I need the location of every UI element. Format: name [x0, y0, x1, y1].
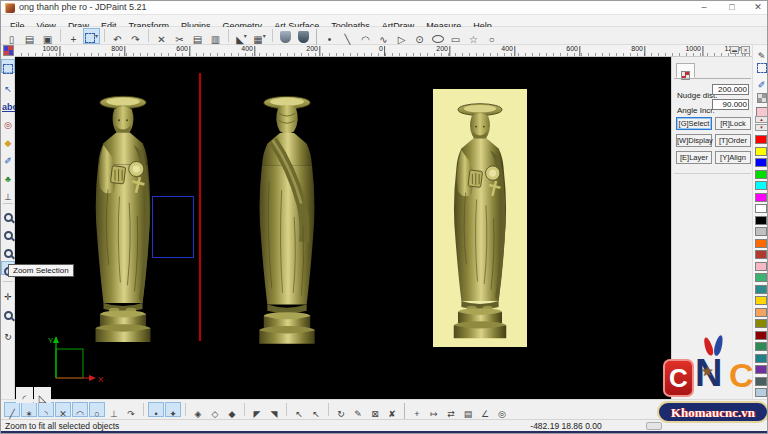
- pen-erase-button[interactable]: ⊠: [367, 402, 383, 417]
- panel-button-r-lock[interactable]: [R]Lock: [715, 117, 751, 130]
- panel-button-w-display[interactable]: [W]Display: [676, 134, 712, 147]
- pan-view-button[interactable]: ✛: [1, 285, 15, 299]
- draw-arc-button[interactable]: ◠: [357, 28, 374, 44]
- delete-button[interactable]: ✕: [153, 28, 170, 44]
- color-swatch-b03a2e[interactable]: [755, 250, 767, 259]
- swap-tool-button[interactable]: ⇄: [443, 402, 459, 417]
- redo-button[interactable]: ↷: [127, 28, 144, 44]
- draw-circle-button[interactable]: ○: [483, 28, 500, 44]
- mirror-xy-button[interactable]: ◆: [224, 402, 240, 417]
- paint-brush-button[interactable]: ✐: [755, 74, 768, 87]
- canvas-viewport[interactable]: Y X: [15, 57, 671, 399]
- draw-star-button[interactable]: ☆: [465, 28, 482, 44]
- circle-tool-button[interactable]: ○: [89, 402, 105, 417]
- delete-objects-button[interactable]: ✘: [384, 402, 400, 417]
- rotate-copy-button[interactable]: ↻: [333, 402, 349, 417]
- arc-tool-button[interactable]: ◠: [72, 402, 88, 417]
- color-swatch-f5b8c4[interactable]: [755, 262, 767, 271]
- clipboard-tool-button[interactable]: ▤: [460, 402, 476, 417]
- nudge-dist-input[interactable]: [712, 84, 749, 95]
- statue-back-view[interactable]: [237, 83, 337, 351]
- draw-curve-button[interactable]: ∿: [375, 28, 392, 44]
- color-swatch-3cb371[interactable]: [755, 273, 767, 282]
- node-edit-button[interactable]: ↖: [1, 77, 15, 91]
- color-swatch-0000ff[interactable]: [755, 158, 767, 167]
- node-snap-button[interactable]: ✦: [165, 402, 181, 417]
- color-swatch-ff6a00[interactable]: [755, 239, 767, 248]
- draw-point-button[interactable]: •: [321, 28, 338, 44]
- panel-close-button[interactable]: ✕: [741, 46, 750, 54]
- view-mode-button[interactable]: ▦▾: [251, 28, 268, 44]
- current-color-button[interactable]: [755, 103, 768, 116]
- zoom-window-button[interactable]: [1, 207, 15, 221]
- draw-polygon-button[interactable]: ▷: [393, 28, 410, 44]
- color-swatch-2e8b8b[interactable]: [755, 285, 767, 294]
- brush-tool-button[interactable]: ✐: [1, 149, 15, 163]
- angle-incr-input[interactable]: [712, 99, 749, 110]
- relief-plate[interactable]: [433, 89, 527, 347]
- mirror-x-button[interactable]: ◈: [190, 402, 206, 417]
- color-swatch-ffffff[interactable]: [755, 204, 767, 213]
- select-box-button[interactable]: [1, 59, 15, 73]
- ruler-origin-icon[interactable]: [3, 45, 14, 56]
- stamp-left-button[interactable]: ◤: [249, 402, 265, 417]
- panel-button-e-layer[interactable]: [E]Layer: [676, 151, 712, 164]
- palette-scroll-down-button[interactable]: ▾: [755, 124, 768, 131]
- dropdown-arrow-icon[interactable]: ▾: [95, 33, 98, 39]
- select-region-button[interactable]: [755, 59, 768, 72]
- text-tool-button[interactable]: abc: [1, 95, 15, 109]
- color-swatch-f4a460[interactable]: [755, 308, 767, 317]
- panel-button-t-order[interactable]: [T]Order: [715, 134, 751, 147]
- shade-mode-light-button[interactable]: [277, 28, 294, 44]
- zoom-in-button[interactable]: [1, 225, 15, 239]
- transform-tab[interactable]: [676, 63, 695, 78]
- pick-box-button[interactable]: ▾: [83, 28, 100, 44]
- rotate-view-button[interactable]: ↻: [1, 325, 15, 339]
- color-swatch-00ffff[interactable]: [755, 181, 767, 190]
- color-swatch-00dd00[interactable]: [755, 170, 767, 179]
- draw-line-button[interactable]: ╲: [339, 28, 356, 44]
- copy-button[interactable]: ▤: [189, 28, 206, 44]
- paste-button[interactable]: ▥: [207, 28, 224, 44]
- surface-view-button[interactable]: ◣▾: [233, 28, 250, 44]
- nudge-move-button[interactable]: +: [65, 28, 82, 44]
- restore-button[interactable]: □: [721, 1, 743, 14]
- zoom-dynamic-button[interactable]: [1, 305, 15, 319]
- zoom-out-button[interactable]: [1, 243, 15, 257]
- extend-tool-button[interactable]: ↦: [426, 402, 442, 417]
- close-button[interactable]: ✕: [747, 1, 768, 14]
- draw-circle-center-button[interactable]: ⊙: [411, 28, 428, 44]
- color-swatch-ffd700[interactable]: [755, 296, 767, 305]
- mirror-y-button[interactable]: ◇: [207, 402, 223, 417]
- pick-add-button[interactable]: ↖: [291, 402, 307, 417]
- color-swatch-ff0000[interactable]: [755, 135, 767, 144]
- corner-tool-button[interactable]: ◜: [16, 387, 33, 403]
- trim-tool-button[interactable]: ✕: [55, 402, 71, 417]
- save-file-button[interactable]: ▣: [39, 28, 56, 44]
- center-target-button[interactable]: ◎: [1, 113, 15, 127]
- panel-button-g-select[interactable]: [G]Select: [676, 117, 712, 130]
- angle-snap-button[interactable]: ◺: [34, 387, 51, 403]
- fill-tool-button[interactable]: ◆: [1, 131, 15, 145]
- minimize-button[interactable]: –: [693, 1, 715, 14]
- dropdown-arrow-icon[interactable]: ▾: [263, 33, 266, 39]
- color-swatch-8a8a00[interactable]: [755, 319, 767, 328]
- open-file-button[interactable]: ▤: [21, 28, 38, 44]
- draw-ellipse-button[interactable]: [429, 28, 446, 44]
- orbit-tool-button[interactable]: ◎: [494, 402, 510, 417]
- color-swatch-ff00ff[interactable]: [755, 193, 767, 202]
- add-point-button[interactable]: +: [409, 402, 425, 417]
- guide-line[interactable]: [199, 73, 201, 341]
- color-swatch-c0c0c0[interactable]: [755, 227, 767, 236]
- panel-button-y-align[interactable]: [Y]Align: [715, 151, 751, 164]
- point-snap-button[interactable]: •: [148, 402, 164, 417]
- color-swatch-000000[interactable]: [755, 216, 767, 225]
- tangent-tool-button[interactable]: ↷: [123, 402, 139, 417]
- perpendicular-tool-button[interactable]: ⊥: [106, 402, 122, 417]
- selection-rectangle[interactable]: [152, 196, 194, 258]
- statue-relief-view[interactable]: [436, 91, 524, 345]
- pick-remove-button[interactable]: ↖: [308, 402, 324, 417]
- cut-button[interactable]: ✂: [171, 28, 188, 44]
- undo-button[interactable]: ↶: [109, 28, 126, 44]
- color-swatch-ffff00[interactable]: [755, 147, 767, 156]
